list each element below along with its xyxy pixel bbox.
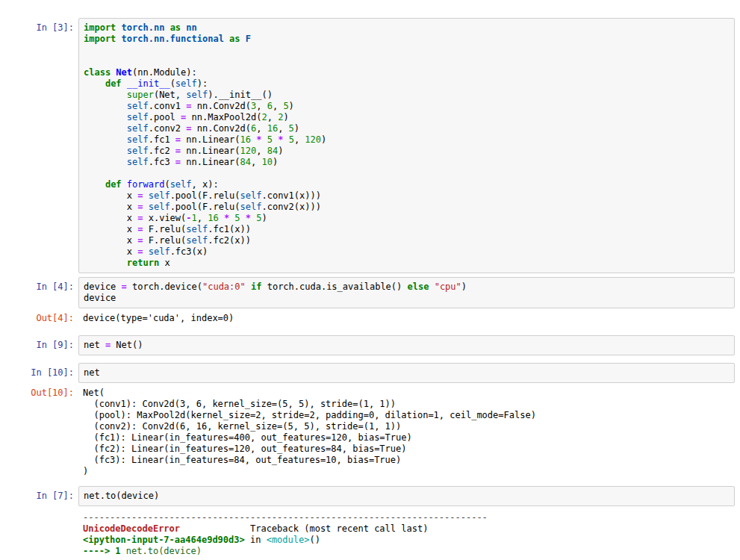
code-text-10: net — [84, 367, 730, 379]
output-prompt-4: Out[4]: — [22, 313, 78, 324]
code-cell-7: In [7]: net.to(device) — [22, 486, 735, 506]
input-prompt-4: In [4]: — [22, 277, 78, 293]
input-prompt-9: In [9]: — [22, 335, 78, 351]
input-prompt-3: In [3]: — [22, 18, 78, 34]
output-area-4: device(type='cuda', index=0) — [78, 313, 735, 324]
traceback-text: ----------------------------------------… — [83, 512, 730, 557]
code-text-7: net.to(device) — [84, 491, 730, 502]
output-text-4: device(type='cuda', index=0) — [83, 313, 730, 324]
code-cell-9: In [9]: net = Net() — [22, 335, 735, 355]
code-cell-3: In [3]: import torch.nn as nnimport torc… — [22, 18, 735, 273]
jupyter-notebook: In [3]: import torch.nn as nnimport torc… — [0, 0, 740, 557]
output-area-10: Net( (conv1): Conv2d(3, 6, kernel_size=(… — [78, 388, 735, 477]
code-editor-7[interactable]: net.to(device) — [78, 486, 735, 506]
code-text-9: net = Net() — [84, 340, 730, 351]
input-prompt-7: In [7]: — [22, 486, 78, 502]
code-editor-3[interactable]: import torch.nn as nnimport torch.nn.fun… — [78, 18, 735, 273]
code-editor-4[interactable]: device = torch.device("cuda:0" if torch.… — [78, 277, 735, 308]
code-cell-10: In [10]: net — [22, 363, 735, 383]
code-editor-10[interactable]: net — [78, 363, 735, 383]
error-output-cell-7: ----------------------------------------… — [22, 512, 735, 557]
output-prompt-10: Out[10]: — [22, 388, 78, 399]
code-editor-9[interactable]: net = Net() — [78, 335, 735, 355]
output-text-10: Net( (conv1): Conv2d(3, 6, kernel_size=(… — [83, 388, 730, 477]
output-cell-4: Out[4]: device(type='cuda', index=0) — [22, 313, 735, 324]
code-cell-4: In [4]: device = torch.device("cuda:0" i… — [22, 277, 735, 308]
output-cell-10: Out[10]: Net( (conv1): Conv2d(3, 6, kern… — [22, 388, 735, 477]
code-text-3: import torch.nn as nnimport torch.nn.fun… — [84, 22, 730, 269]
traceback-area: ----------------------------------------… — [78, 512, 735, 557]
input-prompt-10: In [10]: — [22, 363, 78, 379]
code-text-4: device = torch.device("cuda:0" if torch.… — [84, 281, 730, 304]
